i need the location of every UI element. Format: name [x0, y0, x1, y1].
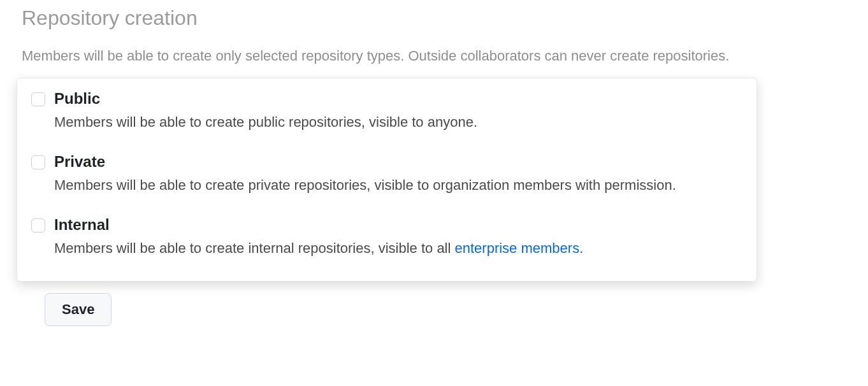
option-private-description: Members will be able to create private r…	[54, 176, 742, 196]
option-private-label: Private	[54, 153, 742, 171]
internal-checkbox[interactable]	[31, 218, 45, 232]
option-private-content: Private Members will be able to create p…	[54, 153, 742, 196]
private-checkbox[interactable]	[31, 155, 45, 169]
save-row: Save	[22, 293, 846, 326]
option-internal-label: Internal	[54, 216, 742, 234]
option-internal-description: Members will be able to create internal …	[54, 239, 742, 259]
save-button[interactable]: Save	[45, 293, 112, 326]
public-checkbox[interactable]	[31, 92, 45, 106]
option-public-label: Public	[54, 90, 742, 108]
repository-creation-options-panel: Public Members will be able to create pu…	[17, 78, 757, 282]
option-public-description: Members will be able to create public re…	[54, 113, 742, 132]
option-internal: Internal Members will be able to create …	[31, 216, 742, 259]
option-internal-desc-prefix: Members will be able to create internal …	[54, 240, 455, 256]
option-internal-content: Internal Members will be able to create …	[54, 216, 742, 259]
option-public: Public Members will be able to create pu…	[31, 90, 742, 132]
option-private: Private Members will be able to create p…	[31, 153, 742, 196]
section-description: Members will be able to create only sele…	[22, 45, 846, 66]
enterprise-members-link[interactable]: enterprise members	[455, 240, 580, 256]
option-internal-desc-suffix: .	[579, 240, 583, 256]
section-title: Repository creation	[22, 6, 846, 30]
option-public-content: Public Members will be able to create pu…	[54, 90, 742, 132]
